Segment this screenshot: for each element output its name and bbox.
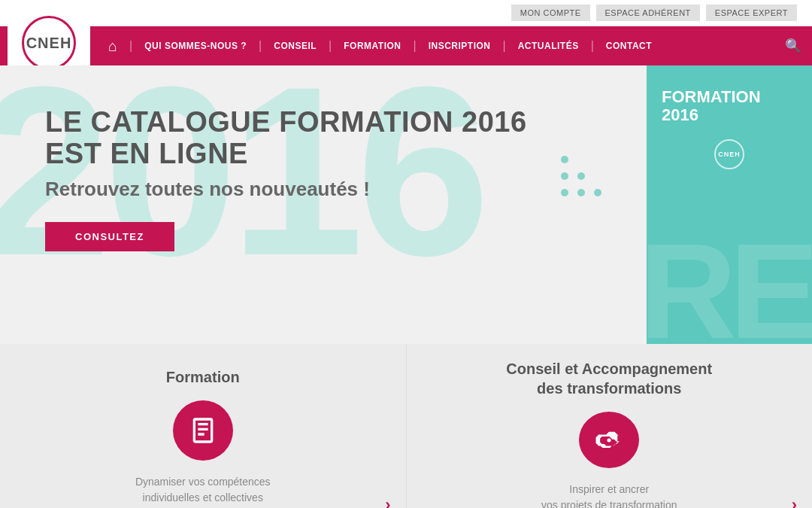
formation-card-title: Formation: [166, 367, 240, 387]
card-cneh-logo: CNEH: [714, 139, 744, 169]
formation-card-desc: Dynamiser vos compétencesindividuelles e…: [135, 474, 271, 506]
conseil-card-title: Conseil et Accompagnementdes transformat…: [506, 359, 712, 398]
nav-separator: |: [414, 39, 417, 53]
dot: [561, 172, 568, 180]
nav-inscription[interactable]: INSCRIPTION: [418, 41, 501, 51]
formation-icon-circle: [173, 400, 233, 461]
nav-qui-sommes-nous[interactable]: QUI SOMMES-NOUS ?: [134, 41, 257, 51]
dot: [577, 172, 585, 180]
search-icon[interactable]: 🔍: [774, 38, 812, 54]
nav-separator: |: [259, 39, 262, 53]
conseil-icon-circle: [579, 412, 639, 468]
cneh-logo: CNEH: [22, 16, 76, 70]
conseil-card[interactable]: Conseil et Accompagnementdes transformat…: [407, 344, 813, 508]
espace-expert-button[interactable]: ESPACE EXPERT: [706, 5, 797, 21]
nav-separator: |: [503, 39, 506, 53]
book-icon: [188, 415, 218, 446]
dot: [594, 189, 601, 196]
conseil-card-desc: Inspirer et ancrervos projets de transfo…: [541, 482, 677, 508]
conseil-card-arrow: ›: [792, 495, 797, 508]
espace-adherent-button[interactable]: ESPACE ADHÉRENT: [596, 5, 700, 21]
formation-2016-card[interactable]: FORMATION 2016 CNEH RE: [647, 65, 812, 344]
logo-text: CNEH: [26, 35, 72, 52]
main-navigation: CNEH ⌂ | QUI SOMMES-NOUS ? | CONSEIL | F…: [0, 26, 812, 65]
card-decorative-letters: RE: [647, 224, 812, 344]
nav-separator: |: [329, 39, 332, 53]
nav-separator: |: [591, 39, 594, 53]
logo-area[interactable]: CNEH: [8, 17, 90, 68]
nav-actualites[interactable]: ACTUALITÉS: [508, 41, 589, 51]
nav-contact[interactable]: CONTACT: [595, 41, 662, 51]
formation-card[interactable]: Formation Dynamiser vos compétencesindiv…: [0, 344, 407, 508]
mon-compte-button[interactable]: MON COMPTE: [511, 5, 590, 21]
handshake-icon: [594, 425, 624, 455]
hero-dots-decoration: [561, 156, 601, 196]
formation-card-arrow: ›: [385, 495, 390, 508]
nav-links: ⌂ | QUI SOMMES-NOUS ? | CONSEIL | FORMAT…: [98, 38, 812, 55]
hero-section: 2016 LE CATALOGUE FORMATION 2016 EST EN …: [0, 65, 812, 344]
svg-point-0: [607, 438, 611, 442]
nav-conseil[interactable]: CONSEIL: [263, 41, 327, 51]
nav-formation[interactable]: FORMATION: [333, 41, 411, 51]
consultez-button[interactable]: CONSULTEZ: [45, 222, 174, 251]
top-utility-bar: MON COMPTE ESPACE ADHÉRENT ESPACE EXPERT: [0, 0, 812, 26]
cards-section: Formation Dynamiser vos compétencesindiv…: [0, 344, 812, 508]
dot: [577, 189, 585, 196]
card-formation-title: FORMATION 2016: [662, 88, 761, 124]
home-icon[interactable]: ⌂: [98, 38, 128, 55]
nav-separator: |: [129, 39, 132, 53]
dot: [561, 189, 568, 196]
card-cneh-logo-area: CNEH: [662, 139, 797, 169]
dot: [561, 156, 568, 163]
